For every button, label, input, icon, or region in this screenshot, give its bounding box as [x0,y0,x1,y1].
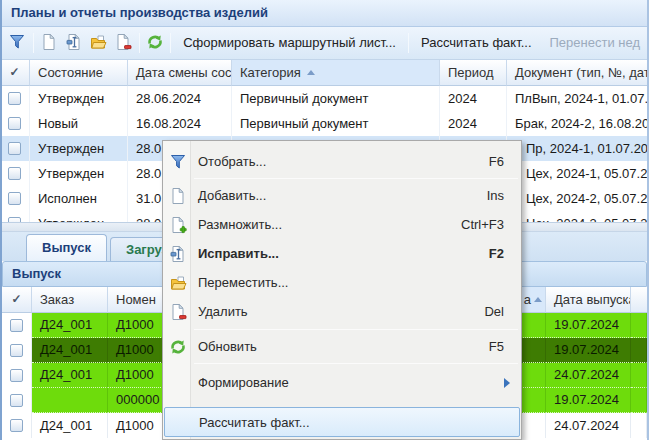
plans-table-header: ✓ Состояние Дата смены сост Категория Пе… [0,60,649,86]
green-circular-arrows-icon [168,337,188,357]
header-check-column[interactable]: ✓ [0,60,30,86]
window-left-border [0,0,2,440]
page-text-cursor-icon [168,244,188,264]
cell-order: Д24_001 [32,413,108,438]
header-date[interactable]: Дата смены сост [128,60,232,86]
cell-state: Утвержден [30,86,128,111]
menu-item-clone[interactable]: Размножить... Ctrl+F3 [164,210,520,239]
cell-category: Первичный документ [232,86,440,111]
row-checkbox[interactable] [10,344,23,357]
cell-category: Первичный документ [232,111,440,136]
cell-period: 2024 [440,86,507,111]
menu-item-add[interactable]: Добавить... Ins [164,181,520,210]
row-checkbox[interactable] [10,369,23,382]
toolbar-separator [170,33,171,53]
header-fragment-label: а [524,287,531,312]
header-category-label: Категория [240,60,301,85]
cell-spacer [631,313,647,338]
cell-state: Утвержден [30,211,128,222]
menu-separator [194,178,518,179]
menu-item-label: Рассчитать факт... [165,415,310,430]
page-green-plus-icon [168,215,188,235]
menu-item-label: Формирование [164,375,289,390]
context-menu: Отобрать... F6 Добавить... Ins Размножит… [162,140,522,440]
cell-date-out: 19.07.2024 [546,313,631,338]
page-red-minus-icon [114,33,132,54]
cell-date-start [519,388,546,413]
header-period[interactable]: Период [440,60,507,86]
menu-item-shortcut: F2 [489,246,520,261]
row-checkbox[interactable] [8,167,21,180]
table-row[interactable]: Утвержден 28.06.2024 Первичный документ … [0,86,649,111]
add-button[interactable] [37,31,62,55]
route-list-button[interactable]: Сформировать маршрутный лист... [174,31,405,55]
menu-item-refresh[interactable]: Обновить F5 [164,332,520,361]
cell-order: Д24_001 [32,338,108,363]
menu-item-delete[interactable]: Удалить Del [164,297,520,326]
cell-document: Пр, 2024-1, 01.07.20 [507,136,649,161]
tab-vypusk[interactable]: Выпуск [26,234,107,261]
cell-date: 16.08.2024 [128,111,232,136]
filter-button[interactable] [5,31,30,55]
menu-item-move[interactable]: Переместить... [164,268,520,297]
menu-separator [194,329,518,330]
app-window: Планы и отчеты производства изделий Сфор… [0,0,649,440]
header-category[interactable]: Категория [232,60,440,86]
cell-order: Д24_001 [32,313,108,338]
row-checkbox[interactable] [8,192,21,205]
move-week-button: Перенести нед [541,31,649,55]
menu-item-calc-fact[interactable]: Рассчитать факт... [164,407,520,437]
cell-document: Цех, 2024-1, 05.07.2 [507,161,649,186]
cell-date-start [519,413,546,438]
cell-state: Исполнен [30,186,128,211]
move-button[interactable] [86,31,111,55]
cell-date: 28.06.2024 [128,86,232,111]
header-order[interactable]: Заказ [32,287,108,313]
window-title: Планы и отчеты производства изделий [11,5,268,20]
blank-page-icon [168,186,188,206]
group-header-label: Выпуск [12,266,61,281]
header-document[interactable]: Документ (тип, №, дат [507,60,649,86]
row-checkbox[interactable] [8,92,21,105]
cell-state: Утвержден [30,136,128,161]
menu-item-shortcut: F6 [489,154,520,169]
green-circular-arrows-icon [146,33,164,54]
page-text-cursor-icon [65,33,83,54]
cell-document: Цех, 2024-3, 05.07.2 [507,211,649,222]
table-row[interactable]: Новый 16.08.2024 Первичный документ 2024… [0,111,649,136]
row-checkbox[interactable] [8,117,21,130]
refresh-button[interactable] [143,31,168,55]
toolbar-separator [139,33,140,53]
cell-spacer [631,413,647,438]
sort-asc-icon [534,297,542,302]
menu-item-filter[interactable]: Отобрать... F6 [164,147,520,176]
window-title-bar: Планы и отчеты производства изделий [0,0,649,27]
cell-document: ПлВып, 2024-1, 01.07.2 [507,86,649,111]
row-checkbox[interactable] [8,142,21,155]
menu-separator [194,363,518,364]
filter-funnel-icon [168,152,188,172]
cell-period: 2024 [440,111,507,136]
toolbar-separator [33,33,34,53]
header-date-start-sorted[interactable]: а [519,287,546,313]
cell-spacer [631,338,647,363]
delete-button[interactable] [111,31,136,55]
row-checkbox[interactable] [10,319,23,332]
row-checkbox[interactable] [10,394,23,407]
menu-item-formirovanie[interactable]: Формирование [164,368,520,397]
cell-state: Утвержден [30,161,128,186]
menu-item-shortcut: Ins [487,188,520,203]
calc-fact-button[interactable]: Рассчитать факт... [412,31,541,55]
cell-date-out: 24.07.2024 [546,363,631,388]
header-date-out[interactable]: Дата выпуска [546,287,631,313]
menu-item-shortcut: Del [484,304,520,319]
open-folder-icon [89,33,107,54]
menu-item-edit[interactable]: Исправить... F2 [164,239,520,268]
toolbar-separator [408,33,409,53]
cell-spacer [631,388,647,413]
header-state[interactable]: Состояние [30,60,128,86]
row-checkbox[interactable] [10,419,23,432]
cell-order: Д24_001 [32,363,108,388]
header-check-column[interactable]: ✓ [2,287,32,313]
edit-button[interactable] [61,31,86,55]
